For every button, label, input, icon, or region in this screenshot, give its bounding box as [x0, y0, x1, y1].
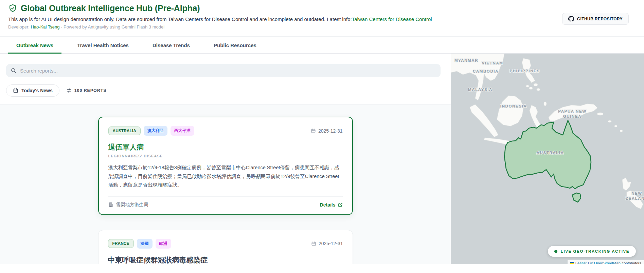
- country-tag: FRANCE: [108, 239, 134, 248]
- leaflet-flag-icon: [570, 262, 574, 264]
- developer-label: Developer:: [8, 24, 30, 30]
- external-link-icon: [338, 202, 343, 207]
- country-tag: AUSTRALIA: [108, 126, 141, 135]
- map-label-myanmar: MYANMAR: [454, 58, 478, 62]
- map-label-malaysia: MALAYSIA: [468, 87, 493, 92]
- country-shape-borneo: [497, 96, 523, 126]
- github-repository-button[interactable]: GITHUB REPOSITORY: [562, 13, 629, 25]
- island: [620, 130, 623, 132]
- region-tag: 西太平洋: [171, 126, 194, 136]
- github-button-label: GITHUB REPOSITORY: [577, 17, 623, 21]
- map-label-nz-line2: ZEALAND: [626, 196, 644, 200]
- live-tracking-badge: LIVE GEO-TRACKING ACTIVE: [548, 246, 636, 257]
- details-link[interactable]: Details: [320, 202, 343, 208]
- island: [537, 89, 540, 91]
- island: [608, 120, 611, 122]
- map-label-indonesia: INDONESIA: [500, 104, 527, 108]
- report-title: 退伍軍人病: [108, 142, 343, 152]
- live-tracking-label: LIVE GEO-TRACKING ACTIVE: [561, 249, 629, 253]
- region-tag: 歐洲: [156, 239, 171, 249]
- tab-travel-health-notices[interactable]: Travel Health Notices: [69, 37, 137, 54]
- map-label-australia: AUSTRALIA: [537, 151, 564, 155]
- country-shape-sumatra: [470, 104, 498, 137]
- country-shape-australia-highlight[interactable]: [504, 120, 591, 189]
- attribution-suffix: contributors: [622, 261, 641, 264]
- report-disease-name: LEGIONNAIRES' DISEASE: [108, 154, 343, 158]
- powered-by-text: · Powered by Antigravity using Gemini Fl…: [61, 24, 164, 30]
- todays-news-button[interactable]: Today's News: [6, 84, 59, 97]
- country-shape-tasmania-highlight[interactable]: [572, 193, 581, 202]
- live-status-dot-icon: [554, 250, 557, 253]
- geo-map[interactable]: MYANMAR VIETNAM CAMBODIA PHILIPPINES MAL…: [451, 54, 644, 264]
- github-icon: [568, 16, 574, 22]
- report-list: AUSTRALIA 澳大利亞 西太平洋 2025-12-31 退伍軍人病: [0, 104, 451, 264]
- details-label: Details: [320, 202, 336, 208]
- building-icon: [108, 202, 113, 207]
- attribution-separator: |: [588, 261, 589, 264]
- report-count: 100 REPORTS: [66, 88, 107, 93]
- cdc-link[interactable]: Taiwan Centers for Disease Control: [352, 16, 432, 22]
- region-tag: 澳大利亞: [144, 126, 167, 136]
- report-source-name: 雪梨地方衛生局: [116, 202, 148, 208]
- app-header: Global Outbreak Intelligence Hub (Pre-Al…: [0, 0, 644, 30]
- region-tag: 法國: [137, 239, 153, 249]
- osm-link[interactable]: © OpenStreetMap: [590, 261, 621, 264]
- search-bar[interactable]: [6, 64, 441, 77]
- report-date-value: 2025-12-31: [318, 128, 343, 134]
- map-label-cambodia: CAMBODIA: [473, 69, 499, 73]
- report-title: 中東呼吸症候群冠狀病毒感染症: [108, 255, 343, 264]
- report-date-value: 2025-12-31: [319, 241, 343, 246]
- report-date: 2025-12-31: [311, 241, 343, 246]
- island: [534, 83, 538, 86]
- search-input[interactable]: [20, 68, 436, 74]
- search-icon: [11, 67, 17, 74]
- news-panel: Today's News 100 REPORTS AUSTRALIA 澳大利亞: [0, 54, 451, 264]
- map-label-papua-line1: PAPUA NEW: [558, 109, 586, 113]
- report-date: 2025-12-31: [311, 128, 343, 134]
- developer-line: Developer: Hao-Kai Tseng · Powered by An…: [8, 24, 636, 30]
- map-label-vietnam: VIETNAM: [482, 61, 503, 65]
- map-attribution: Leaflet | © OpenStreetMap contributors: [568, 260, 644, 264]
- report-source: 雪梨地方衛生局: [108, 202, 148, 208]
- report-count-label: 100 REPORTS: [74, 88, 107, 93]
- island: [544, 102, 547, 106]
- tab-outbreak-news[interactable]: Outbreak News: [8, 37, 61, 54]
- map-label-philippines: PHILIPPINES: [509, 69, 540, 73]
- main-tabbar: Outbreak News Travel Health Notices Dise…: [0, 36, 644, 54]
- map-label-nz-line1: NEW: [631, 191, 642, 195]
- tab-disease-trends[interactable]: Disease Trends: [144, 37, 198, 54]
- island: [614, 125, 617, 127]
- calendar-icon: [13, 88, 18, 93]
- calendar-icon: [311, 241, 316, 246]
- developer-link[interactable]: Hao-Kai Tseng: [31, 24, 60, 30]
- island: [529, 87, 533, 90]
- tab-public-resources[interactable]: Public Resources: [205, 37, 265, 54]
- island: [526, 85, 529, 87]
- leaflet-link[interactable]: Leaflet: [575, 261, 587, 264]
- todays-news-label: Today's News: [21, 88, 53, 93]
- report-summary: 澳大利亞雪梨市於12/9-18報告3例確定病例，皆曾至雪梨市中心Clarence…: [108, 163, 343, 190]
- disclaimer-body: This app is for AI UI design demonstrati…: [8, 16, 352, 22]
- calendar-icon: [311, 128, 316, 133]
- report-card-france[interactable]: FRANCE 法國 歐洲 2025-12-31 中東呼吸症候群冠狀病毒感染症: [98, 230, 353, 264]
- page-title: Global Outbreak Intelligence Hub (Pre-Al…: [21, 3, 200, 13]
- country-shape-new-zealand-north: [622, 178, 631, 191]
- map-canvas[interactable]: MYANMAR VIETNAM CAMBODIA PHILIPPINES MAL…: [451, 54, 644, 264]
- map-label-papua-line2: GUINEA: [563, 114, 582, 118]
- report-card-australia[interactable]: AUSTRALIA 澳大利亞 西太平洋 2025-12-31 退伍軍人病: [98, 117, 353, 215]
- disclaimer-text: This app is for AI UI design demonstrati…: [8, 16, 636, 22]
- filter-sliders-icon: [66, 88, 72, 93]
- island: [597, 113, 603, 115]
- shield-check-logo-icon: [8, 4, 17, 13]
